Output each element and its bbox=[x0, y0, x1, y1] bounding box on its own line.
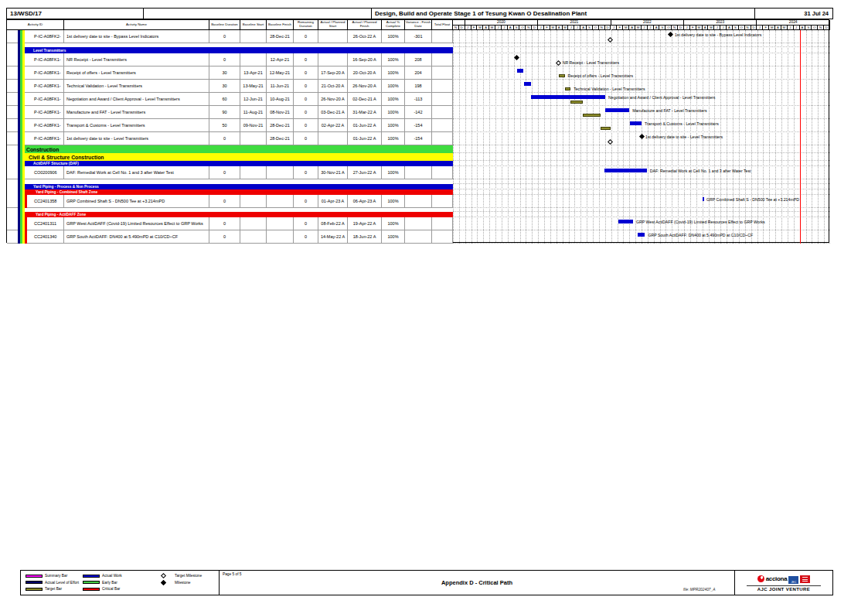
cell-remaining_duration: 0 bbox=[294, 230, 318, 244]
hierarchy-stripe-red bbox=[25, 217, 27, 230]
cell-variance bbox=[405, 166, 432, 179]
cell-actual_start: 03-Dec-21 A bbox=[318, 106, 348, 119]
cell-baseline_finish: 28-Dec-21 bbox=[267, 119, 294, 132]
gantt-bar-label: Receipt of offers - Level Transmitters bbox=[568, 73, 634, 79]
gantt-bar-label: DAF: Remedial Work at Cell No. 1 and 3 a… bbox=[650, 169, 751, 174]
cell-activity_id: P-IC-A08FK1- bbox=[7, 53, 64, 67]
cell-pct: 100% bbox=[382, 30, 405, 43]
hierarchy-stripe-red bbox=[25, 212, 27, 217]
report-header-strip: 13/WSD/17 Design, Build and Operate Stag… bbox=[6, 8, 833, 19]
cell-activity_name: 1st delivery date to site - Level Transm… bbox=[64, 132, 209, 145]
column-header-baseline_start: Baseline Start bbox=[240, 20, 267, 30]
band-row: ActiDAFF Structure (DAF) bbox=[7, 161, 830, 166]
logo-divider bbox=[747, 585, 821, 586]
legend-bar-swatch bbox=[26, 581, 43, 584]
cell-activity_name: Negotiation and Award / Client Approval … bbox=[64, 93, 209, 106]
cell-variance: 204 bbox=[405, 67, 432, 80]
cell-baseline_start bbox=[240, 230, 267, 244]
gantt-row-strip bbox=[453, 67, 830, 80]
column-header-variance: Variance - Finish Date bbox=[405, 20, 432, 30]
column-header-activity_name: Activity Name bbox=[64, 20, 209, 30]
cell-actual_start: 17-Sep-20 A bbox=[318, 67, 348, 80]
cell-activity_id: P-IC-A08FK1- bbox=[7, 93, 64, 106]
cell-variance: -142 bbox=[405, 106, 432, 119]
group-band: Yard Piping - ActiDAFF Zone bbox=[27, 212, 453, 217]
cell-float bbox=[432, 67, 453, 80]
gantt-bar-label: GRP South ActiDAFF: DN400 at 5.490mPD at… bbox=[648, 233, 753, 238]
timeline-year-group: 2024JFMAMJJASOND bbox=[757, 20, 829, 30]
cell-actual_finish: 16-Sep-20 A bbox=[348, 53, 382, 67]
jec-logo: JEC bbox=[788, 576, 798, 584]
table-row: P-IC-A08FK1-NR Receipt - Level Transmitt… bbox=[7, 53, 830, 67]
band-row: Yard Piping - ActiDAFF Zone bbox=[7, 212, 830, 217]
gantt-row-strip bbox=[453, 184, 830, 189]
legend-section: Summary BarActual Level of EffortTarget … bbox=[21, 571, 220, 595]
legend-item: Early Bar bbox=[83, 581, 122, 585]
partner-logos: acciona JEC bbox=[757, 574, 811, 584]
gantt-actual-bar bbox=[604, 169, 646, 172]
gantt-target-bar bbox=[570, 101, 582, 104]
table-row: P-IC-A08FK1-1st delivery date to site - … bbox=[7, 132, 830, 145]
table-row: P-IC-A08FK1-Technical Validation - Level… bbox=[7, 80, 830, 93]
cell-float bbox=[432, 80, 453, 93]
cell-baseline_start: 09-Nov-21 bbox=[240, 119, 267, 132]
timeline-year-group: 2023JFMAMJJASOND bbox=[684, 20, 757, 30]
gantt-bar-label: GRP Combined Shaft S - DN500 Tee at +3.2… bbox=[706, 197, 799, 203]
cell-activity_name: GRP Combined Shaft S - DN500 Tee at +3.2… bbox=[64, 195, 209, 208]
cell-actual_finish: 27-Jun-22 A bbox=[348, 166, 382, 179]
contract-number: 13/WSD/17 bbox=[7, 9, 144, 19]
cell-variance: -301 bbox=[405, 30, 432, 43]
cell-remaining_duration: 0 bbox=[294, 67, 318, 80]
cell-baseline_finish bbox=[267, 217, 294, 230]
report-date: 31 Jul 24 bbox=[755, 9, 832, 19]
header-empty-box bbox=[144, 9, 372, 19]
cell-baseline_duration: 0 bbox=[209, 166, 240, 179]
group-band: Yard Piping - Combined Shaft Zone bbox=[27, 189, 453, 195]
cell-baseline_duration: 0 bbox=[209, 230, 240, 244]
cell-actual_start: 02-Apr-22 A bbox=[318, 119, 348, 132]
target-milestone-icon bbox=[161, 573, 166, 578]
cell-activity_name: GRP South ActiDAFF: DN400 at 5.490mPD at… bbox=[64, 230, 209, 244]
cell-baseline_start: 13-Apr-21 bbox=[240, 67, 267, 80]
cell-pct: 100% bbox=[382, 67, 405, 80]
schedule-rows: P-IC-A08FK2-1st delivery date to site - … bbox=[7, 30, 830, 244]
cell-activity_name: Transport & Customs - Level Transmitters bbox=[64, 119, 209, 132]
gantt-row-strip bbox=[453, 153, 830, 161]
gantt-bar-label: Negotiation and Award / Client Approval … bbox=[608, 95, 715, 101]
gantt-bar-label: Technical Validation - Level Transmitter… bbox=[574, 87, 645, 92]
cell-variance bbox=[405, 195, 432, 208]
legend-item: Milestone bbox=[155, 581, 202, 585]
cell-variance: -154 bbox=[405, 119, 432, 132]
cell-pct: 100% bbox=[382, 217, 405, 230]
cell-baseline_finish: 08-Nov-21 bbox=[267, 106, 294, 119]
cell-activity_name: NR Receipt - Level Transmitters bbox=[64, 53, 209, 67]
cell-baseline_duration: 0 bbox=[209, 195, 240, 208]
cell-activity_name: GRP West ActiDAFF (Covid-19) Limited Res… bbox=[64, 217, 209, 230]
gantt-actual-bar bbox=[517, 69, 524, 73]
report-title: Design, Build and Operate Stage 1 of Tes… bbox=[372, 9, 755, 19]
cell-baseline_duration: 60 bbox=[209, 93, 240, 106]
legend-label: Critical Bar bbox=[102, 587, 120, 591]
gantt-bar-label: Transport & Customs - Level Transmitters bbox=[645, 121, 719, 127]
cell-pct: 100% bbox=[382, 53, 405, 67]
cell-remaining_duration: 0 bbox=[294, 106, 318, 119]
gantt-actual-bar bbox=[638, 233, 645, 237]
milestone-icon bbox=[161, 579, 166, 585]
cell-activity_name: DAF: Remedial Work at Cell No. 1 and 3 a… bbox=[64, 166, 209, 179]
gantt-row-strip bbox=[453, 212, 830, 217]
cell-activity_id: CC2401311 bbox=[7, 217, 64, 230]
table-row: CO0200906DAF: Remedial Work at Cell No. … bbox=[7, 166, 830, 179]
table-row: P-IC-A08FK1-Receipt of offers - Level Tr… bbox=[7, 67, 830, 80]
cell-remaining_duration: 0 bbox=[294, 119, 318, 132]
table-row: P-IC-A08FK2-1st delivery date to site - … bbox=[7, 30, 830, 43]
gantt-actual-bar bbox=[630, 121, 642, 125]
cell-actual_finish: 20-Oct-20 A bbox=[348, 67, 382, 80]
cell-activity_id: P-IC-A08FK1- bbox=[7, 80, 64, 93]
cell-activity_id: P-IC-A08FK1- bbox=[7, 119, 64, 132]
report-footer: Summary BarActual Level of EffortTarget … bbox=[20, 570, 833, 595]
cell-baseline_start: 12-Jun-21 bbox=[240, 93, 267, 106]
gantt-target-bar bbox=[559, 74, 565, 77]
gantt-actual-bar bbox=[531, 95, 605, 99]
cell-baseline_start bbox=[240, 132, 267, 145]
gantt-bar-label: Manufacture and FAT - Level Transmitters bbox=[632, 108, 706, 114]
